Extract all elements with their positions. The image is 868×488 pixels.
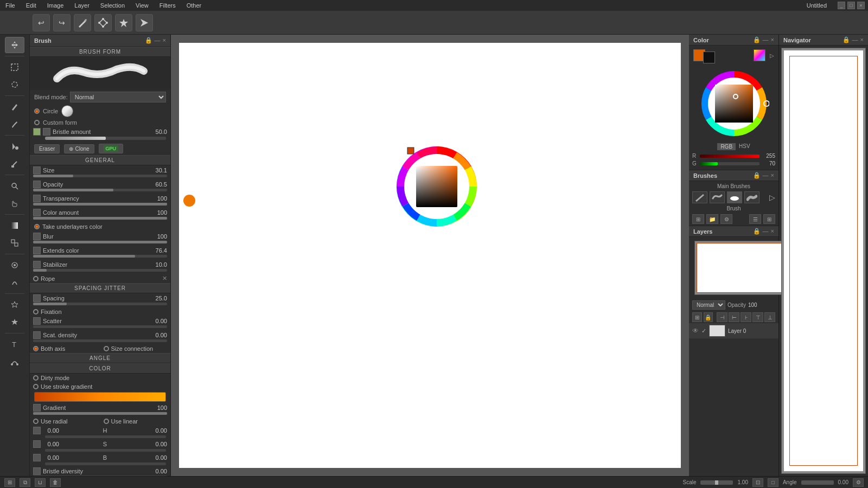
color-amount-slider[interactable] — [33, 217, 167, 220]
brush-icon-flat[interactable] — [710, 191, 725, 203]
lasso-tool[interactable] — [5, 76, 24, 93]
color-panel-lock-icon[interactable]: 🔒 — [753, 36, 761, 43]
rgb-toggle[interactable]: RGB — [717, 143, 736, 150]
gradient-slider[interactable] — [33, 412, 167, 415]
gpu-button[interactable]: GPU — [99, 144, 124, 153]
text-tool[interactable]: T — [5, 336, 24, 352]
fixation-radio[interactable] — [33, 309, 39, 314]
brushes-panel-lock-icon[interactable]: 🔒 — [753, 172, 761, 179]
size-slider[interactable] — [33, 175, 167, 177]
menu-other[interactable]: Other — [184, 2, 204, 9]
merge-down-button[interactable]: ⊔ — [35, 478, 46, 487]
menu-filters[interactable]: Filters — [157, 2, 178, 9]
delete-layer-button[interactable]: 🗑 — [50, 478, 61, 487]
star-shape-tool[interactable] — [5, 297, 24, 313]
maximize-button[interactable]: □ — [847, 2, 855, 9]
dirty-mode-radio[interactable] — [33, 375, 39, 381]
scat-density-slider[interactable] — [33, 339, 167, 342]
navigate-icon[interactable]: ▷ — [770, 53, 774, 59]
angle-slider[interactable] — [801, 480, 834, 485]
close-button[interactable]: × — [857, 2, 865, 9]
scatter-slider[interactable] — [33, 325, 167, 328]
folder-brush-button[interactable]: 📁 — [706, 214, 718, 224]
brush-icon-pencil[interactable] — [692, 191, 707, 203]
layer-mode-select[interactable]: Normal — [692, 300, 725, 310]
layer-item[interactable]: 👁 ✓ Layer 0 — [689, 323, 778, 339]
take-underlayers-radio[interactable] — [34, 224, 40, 229]
navigator-close-icon[interactable]: × — [860, 36, 864, 43]
color-panel-min-icon[interactable]: — — [763, 36, 769, 43]
layer-align-center[interactable]: ⊢ — [729, 312, 739, 322]
blur-slider[interactable] — [33, 241, 167, 243]
layer-align-mid[interactable]: ⊥ — [764, 312, 775, 322]
use-stroke-gradient-radio[interactable] — [33, 384, 39, 389]
zoom-tool[interactable] — [5, 178, 24, 194]
color-panel-wheel[interactable] — [699, 68, 769, 139]
smudge-tool[interactable] — [5, 257, 24, 273]
r-slider[interactable] — [700, 155, 760, 158]
settings-brush-button[interactable]: ⚙ — [720, 214, 732, 224]
gradient-bar[interactable] — [34, 392, 166, 402]
canvas-area[interactable] — [171, 35, 689, 476]
opacity-slider[interactable] — [33, 189, 167, 191]
brush-panel-min-icon[interactable]: — — [155, 37, 161, 44]
layers-panel-min-icon[interactable]: — — [763, 228, 769, 235]
transparency-slider[interactable] — [33, 203, 167, 206]
size-connection-radio[interactable] — [104, 346, 109, 351]
menu-selection[interactable]: Selection — [98, 2, 127, 9]
navigator-min-icon[interactable]: — — [852, 36, 858, 43]
layer-align-left[interactable]: ⊣ — [717, 312, 727, 322]
use-radial-radio[interactable] — [33, 419, 39, 424]
new-brush-button[interactable]: ⊞ — [692, 214, 704, 224]
transform-button[interactable] — [94, 14, 112, 31]
both-axis-radio[interactable] — [33, 346, 39, 351]
fill-tool[interactable] — [5, 138, 24, 155]
rope-clear-icon[interactable]: ✕ — [162, 275, 167, 282]
layers-panel-lock-icon[interactable]: 🔒 — [753, 228, 761, 235]
hsv-toggle[interactable]: HSV — [739, 143, 750, 150]
brushes-panel-min-icon[interactable]: — — [763, 172, 769, 179]
brushes-expand-icon[interactable]: ▷ — [769, 193, 775, 202]
zoom-reset-button[interactable]: □ — [768, 478, 778, 487]
brush-panel-close-icon[interactable]: × — [163, 37, 166, 44]
brush-icon-wide[interactable] — [744, 191, 760, 203]
brush-icon-round[interactable] — [727, 191, 742, 203]
brush-panel-lock-icon[interactable]: 🔒 — [145, 37, 152, 44]
rectangle-select-tool[interactable] — [5, 59, 24, 75]
move-tool[interactable] — [5, 37, 24, 53]
layers-panel-close-icon[interactable]: × — [771, 228, 774, 235]
layer-align-right[interactable]: ⊦ — [741, 312, 751, 322]
path-tool[interactable] — [5, 354, 24, 370]
circle-radio-dot[interactable] — [34, 108, 40, 114]
redo-button[interactable]: ↪ — [53, 14, 71, 31]
new-layer-status-button[interactable]: ⊞ — [4, 478, 15, 487]
layer-visibility-icon[interactable]: 👁 — [692, 327, 699, 335]
canvas-inner[interactable] — [179, 43, 681, 468]
blend-mode-select[interactable]: Normal — [70, 92, 166, 102]
menu-edit[interactable]: Edit — [24, 2, 39, 9]
navigator-lock-icon[interactable]: 🔒 — [843, 36, 850, 43]
minimize-button[interactable]: _ — [838, 2, 845, 9]
stabilizer-slider[interactable] — [33, 269, 167, 272]
star-tool-2[interactable] — [5, 314, 24, 330]
pencil-tool[interactable] — [5, 99, 24, 115]
eyedropper-tool[interactable] — [5, 156, 24, 172]
grid-view-brush-button[interactable]: ⊞ — [763, 214, 775, 224]
color-swatch-black[interactable] — [703, 52, 715, 63]
blur-tool[interactable] — [5, 274, 24, 291]
color-wheel-widget[interactable] — [393, 143, 480, 230]
bristle-diversity-slider[interactable] — [33, 476, 167, 476]
shapes-tool[interactable] — [5, 235, 24, 251]
layer-align-top[interactable]: ⊤ — [752, 312, 763, 322]
undo-button[interactable]: ↩ — [33, 14, 50, 31]
brushes-panel-close-icon[interactable]: × — [771, 172, 774, 179]
hue-wheel-toggle[interactable] — [754, 49, 765, 61]
g-slider[interactable] — [700, 162, 760, 165]
menu-view[interactable]: View — [133, 2, 151, 9]
settings-button[interactable]: ⚙ — [853, 478, 864, 487]
star-tool-button[interactable] — [115, 14, 132, 31]
custom-form-radio-dot[interactable] — [34, 120, 40, 125]
circle-toggle[interactable] — [61, 105, 73, 117]
menu-layer[interactable]: Layer — [72, 2, 92, 9]
color-panel-close-icon[interactable]: × — [771, 36, 774, 43]
